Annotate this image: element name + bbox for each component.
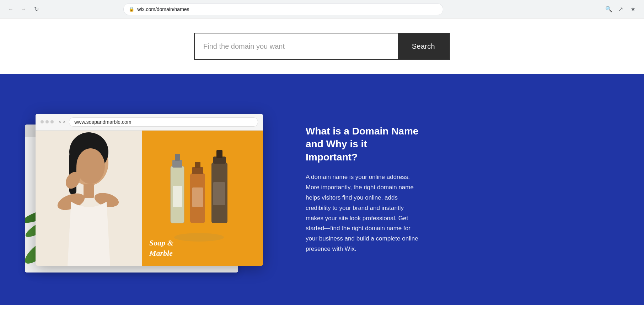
- mockup-dot-2: [45, 120, 49, 123]
- mockup-dot-3: [50, 120, 54, 123]
- address-text: wix.com/domain/names: [137, 6, 438, 12]
- mockup-nav-icons: < >: [59, 119, 65, 125]
- woman-figure: [36, 131, 142, 266]
- back-button[interactable]: ←: [6, 4, 16, 14]
- hero-text: What is a Domain Name and Why is it Impo…: [277, 125, 419, 254]
- mockup-address-bar: www.soapandmarble.com: [69, 117, 258, 127]
- hero-title: What is a Domain Name and Why is it Impo…: [306, 125, 419, 164]
- mockup-dots: [41, 120, 54, 123]
- soap-brand-text: Soap & Marble: [149, 238, 173, 258]
- svg-rect-11: [84, 184, 94, 198]
- svg-rect-28: [213, 182, 225, 205]
- page-content: Search: [0, 18, 644, 305]
- svg-rect-19: [175, 154, 180, 161]
- mockup-woman-image: [36, 131, 142, 266]
- svg-rect-26: [173, 186, 182, 207]
- browser-actions: 🔍 ↗ ★: [603, 4, 638, 15]
- mockup-content: Soap & Marble: [36, 131, 263, 266]
- svg-rect-18: [172, 160, 182, 168]
- svg-rect-25: [216, 150, 222, 158]
- browser-mockup: < > www.soapandmarble.com: [36, 114, 263, 266]
- mockup-dot-1: [41, 120, 44, 123]
- mockup-toolbar: < > www.soapandmarble.com: [36, 114, 263, 131]
- mockup-back-icon: <: [59, 119, 61, 125]
- reload-button[interactable]: ↻: [31, 4, 41, 14]
- search-icon-button[interactable]: 🔍: [603, 4, 614, 15]
- forward-button[interactable]: →: [18, 4, 28, 14]
- search-section: Search: [0, 18, 644, 74]
- svg-point-29: [174, 233, 224, 242]
- svg-rect-22: [195, 162, 200, 168]
- mockup-forward-icon: >: [63, 119, 66, 125]
- hero-description: A domain name is your online address. Mo…: [306, 172, 419, 254]
- svg-rect-27: [192, 187, 203, 207]
- browser-chrome: ← → ↻ 🔒 wix.com/domain/names 🔍 ↗ ★: [0, 0, 644, 18]
- domain-search-input[interactable]: [195, 33, 398, 59]
- hero-section: < > www.soapandmarble.com: [0, 74, 644, 305]
- search-container: Search: [194, 33, 450, 60]
- search-button[interactable]: Search: [398, 33, 449, 59]
- share-icon-button[interactable]: ↗: [616, 4, 626, 15]
- address-bar[interactable]: 🔒 wix.com/domain/names: [123, 3, 443, 15]
- browser-nav-buttons: ← → ↻: [6, 4, 41, 14]
- browser-mockup-wrapper: < > www.soapandmarble.com: [36, 114, 277, 266]
- svg-point-10: [76, 148, 105, 184]
- lock-icon: 🔒: [129, 6, 134, 12]
- bookmark-icon-button[interactable]: ★: [628, 4, 638, 15]
- mockup-soap-image: Soap & Marble: [142, 131, 263, 266]
